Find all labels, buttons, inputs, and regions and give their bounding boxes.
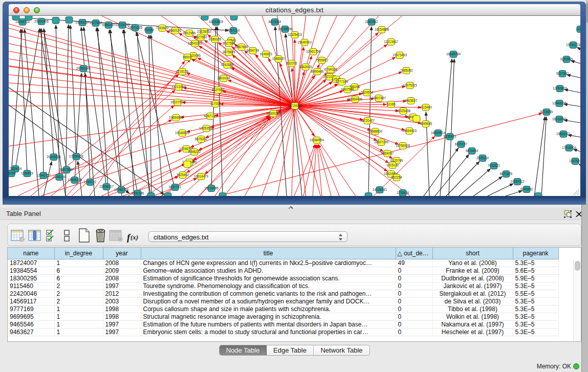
svg-text:3824554: 3824554 (361, 91, 374, 94)
svg-text:9463627: 9463627 (405, 99, 418, 102)
svg-text:9227342: 9227342 (556, 72, 569, 75)
svg-text:16914479: 16914479 (194, 174, 209, 178)
svg-text:12353594: 12353594 (199, 126, 214, 130)
svg-text:9684067: 9684067 (381, 151, 394, 155)
svg-text:8678332: 8678332 (195, 137, 208, 141)
svg-text:7485063: 7485063 (400, 69, 413, 72)
svg-text:9777169: 9777169 (336, 80, 349, 83)
svg-text:20053346: 20053346 (76, 67, 91, 70)
svg-text:9129965: 9129965 (560, 57, 573, 61)
svg-text:17016504: 17016504 (562, 146, 577, 149)
svg-text:6879197: 6879197 (455, 142, 468, 146)
svg-text:16543382: 16543382 (188, 41, 203, 45)
svg-text:12213369: 12213369 (171, 85, 186, 89)
svg-text:12444136: 12444136 (552, 101, 567, 105)
svg-text:2718126: 2718126 (176, 70, 189, 73)
svg-text:11172: 11172 (576, 27, 580, 31)
svg-text:16210643: 16210643 (552, 117, 567, 121)
svg-text:1527602: 1527602 (90, 21, 102, 25)
svg-text:12213967: 12213967 (384, 40, 399, 43)
svg-text:9242848: 9242848 (221, 63, 234, 67)
svg-text:15640910: 15640910 (297, 40, 312, 44)
svg-text:8471676: 8471676 (500, 172, 513, 176)
svg-text:1795722: 1795722 (84, 180, 97, 184)
svg-text:7357224: 7357224 (227, 29, 240, 32)
svg-text:8427552: 8427552 (212, 88, 225, 92)
svg-text:8660126: 8660126 (169, 29, 182, 32)
svg-text:8267130: 8267130 (204, 114, 217, 118)
svg-text:19654923: 19654923 (402, 129, 417, 133)
svg-text:15720407: 15720407 (360, 119, 375, 122)
svg-text:18724007: 18724007 (288, 104, 302, 107)
svg-text:1362615: 1362615 (299, 65, 312, 69)
svg-text:7625402: 7625402 (177, 173, 189, 177)
svg-text:1588520: 1588520 (272, 57, 285, 60)
svg-text:18300295: 18300295 (266, 112, 281, 115)
svg-text:1615132: 1615132 (386, 163, 399, 167)
svg-text:16671385: 16671385 (128, 26, 143, 29)
svg-text:5498222: 5498222 (188, 150, 201, 154)
svg-text:1156819: 1156819 (21, 171, 34, 175)
svg-text:39159: 39159 (9, 171, 16, 175)
svg-text:19756928: 19756928 (396, 144, 410, 147)
svg-text:(x): (x) (130, 233, 138, 241)
svg-text:23226053: 23226053 (197, 30, 212, 33)
svg-text:9857791: 9857791 (169, 185, 182, 189)
svg-text:8454749: 8454749 (247, 49, 259, 52)
svg-text:832203: 832203 (286, 61, 297, 65)
svg-text:10973493: 10973493 (393, 53, 407, 57)
svg-text:8990448: 8990448 (311, 70, 324, 73)
svg-text:20364436: 20364436 (348, 97, 363, 101)
svg-text:16154808: 16154808 (375, 28, 389, 31)
svg-text:16033809: 16033809 (209, 20, 224, 24)
svg-text:8813054: 8813054 (269, 20, 281, 24)
svg-text:10961758: 10961758 (306, 50, 321, 53)
svg-text:6466160: 6466160 (102, 23, 115, 27)
svg-text:1167533: 1167533 (569, 159, 580, 163)
svg-text:19654985: 19654985 (169, 116, 184, 119)
svg-text:6120746: 6120746 (390, 159, 403, 162)
svg-text:7163822: 7163822 (156, 26, 169, 30)
svg-text:17359928: 17359928 (69, 155, 84, 158)
svg-text:8938923: 8938923 (444, 135, 456, 138)
svg-text:1733426: 1733426 (397, 191, 409, 194)
svg-text:15716485: 15716485 (204, 186, 219, 190)
svg-text:15692971: 15692971 (556, 132, 571, 136)
svg-text:2867608: 2867608 (235, 45, 248, 49)
svg-text:9627500: 9627500 (194, 35, 207, 39)
svg-text:16648784: 16648784 (446, 52, 461, 56)
svg-text:12975115: 12975115 (403, 83, 417, 87)
svg-text:62160: 62160 (386, 102, 396, 106)
svg-text:15751074: 15751074 (566, 43, 580, 47)
svg-text:2935114: 2935114 (476, 156, 489, 160)
svg-text:9527508: 9527508 (223, 41, 235, 45)
svg-text:7850614: 7850614 (9, 167, 22, 170)
svg-text:10025438: 10025438 (396, 109, 411, 113)
svg-text:8215955: 8215955 (540, 110, 553, 114)
svg-text:9474444: 9474444 (466, 149, 478, 152)
svg-text:16782759: 16782759 (114, 188, 129, 191)
svg-text:9699695: 9699695 (420, 122, 432, 125)
svg-text:1292346: 1292346 (132, 191, 144, 195)
svg-text:20091406: 20091406 (34, 19, 49, 23)
svg-text:12093823: 12093823 (553, 86, 568, 90)
svg-text:10958107: 10958107 (99, 185, 114, 188)
svg-text:6497568: 6497568 (341, 87, 354, 91)
svg-text:8912956: 8912956 (183, 31, 196, 35)
svg-text:16107554: 16107554 (170, 100, 185, 104)
svg-text:7955812: 7955812 (316, 58, 329, 62)
svg-text:19166825: 19166825 (175, 131, 190, 135)
svg-text:9146821: 9146821 (260, 52, 273, 56)
svg-text:20206526: 20206526 (47, 155, 61, 159)
svg-text:10807487: 10807487 (372, 96, 386, 100)
svg-text:117004: 117004 (210, 102, 221, 105)
svg-text:12505135: 12505135 (68, 178, 82, 182)
svg-text:2803144: 2803144 (217, 76, 230, 80)
svg-text:10653267: 10653267 (75, 20, 90, 24)
svg-text:14136141: 14136141 (373, 188, 387, 191)
svg-text:18807249: 18807249 (374, 140, 389, 144)
svg-text:1145194: 1145194 (53, 175, 66, 179)
svg-text:10688609: 10688609 (368, 129, 383, 133)
svg-text:12942757: 12942757 (36, 173, 51, 177)
svg-text:8186328: 8186328 (209, 37, 222, 41)
